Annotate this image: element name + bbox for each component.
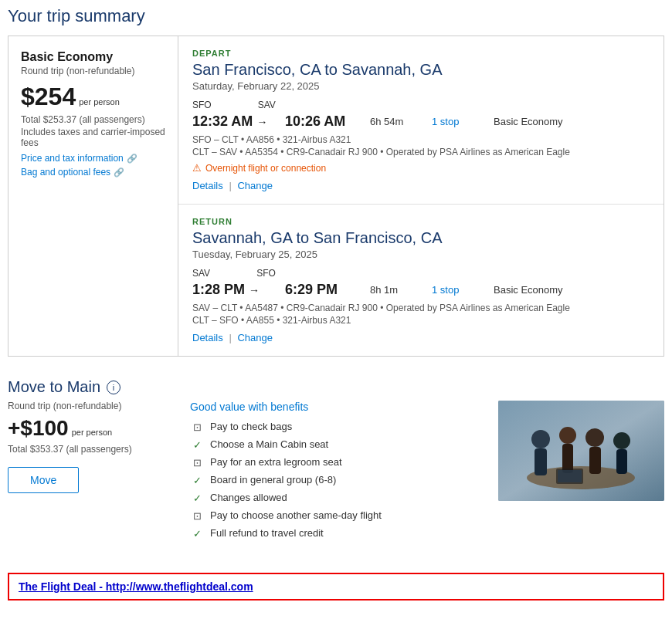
svg-point-8: [613, 432, 630, 449]
benefits-list: ⊡Pay to check bags✓Choose a Main Cabin s…: [190, 421, 482, 540]
benefit-item: ✓Changes allowed: [190, 492, 482, 504]
flights-right-panel: DEPART San Francisco, CA to Savannah, GA…: [178, 36, 664, 356]
move-left-panel: Round trip (non-refundable) +$100 per pe…: [8, 401, 178, 545]
benefit-item: ⊡Pay for an extra legroom seat: [190, 456, 482, 469]
depart-details-link[interactable]: Details: [192, 180, 223, 191]
overnight-text: Overnight flight or connection: [205, 163, 326, 174]
return-segment1: SAV – CLT • AA5487 • CR9-Canadair RJ 900…: [192, 303, 650, 313]
benefit-item: ✓Choose a Main Cabin seat: [190, 438, 482, 451]
benefit-text: Full refund to travel credit: [210, 527, 324, 539]
benefit-text: Choose a Main Cabin seat: [210, 438, 328, 450]
svg-rect-9: [616, 449, 627, 474]
move-content: Round trip (non-refundable) +$100 per pe…: [8, 401, 664, 545]
svg-point-6: [585, 428, 604, 447]
box-icon: ⊡: [190, 457, 204, 469]
bag-fees-icon: 🔗: [114, 167, 124, 178]
return-depart-time: 1:28 PM →: [192, 282, 285, 298]
box-icon: ⊡: [190, 510, 204, 522]
svg-rect-7: [589, 447, 601, 474]
move-amount: +$100: [8, 416, 69, 441]
return-label: RETURN: [192, 217, 650, 226]
price-tax-icon: 🔗: [127, 154, 137, 164]
cabin-image: [498, 401, 664, 501]
move-trip-type: Round trip (non-refundable): [8, 401, 165, 411]
benefit-text: Pay to choose another same-day flight: [210, 509, 382, 521]
depart-label: DEPART: [192, 49, 650, 58]
bag-fees-row: Bag and optional fees 🔗: [21, 167, 165, 178]
depart-duration: 6h 54m: [370, 116, 432, 127]
depart-segment2: CLT – SAV • AA5354 • CR9-Canadair RJ 900…: [192, 147, 650, 157]
benefit-text: Board in general group (6-8): [210, 474, 336, 485]
depart-arrive-time: 10:26 AM: [285, 113, 370, 130]
check-icon: ✓: [190, 439, 204, 451]
return-dest-code: SFO: [256, 268, 276, 279]
return-stops: 1 stop: [432, 284, 494, 296]
benefit-item: ⊡Pay to check bags: [190, 421, 482, 433]
depart-change-link[interactable]: Change: [237, 180, 273, 191]
price-unit: per person: [79, 97, 120, 107]
return-change-link[interactable]: Change: [237, 332, 273, 343]
return-arrow: →: [249, 284, 260, 296]
return-segment2: CLT – SFO • AA855 • 321-Airbus A321: [192, 315, 650, 326]
benefit-text: Changes allowed: [210, 492, 287, 503]
depart-cabin: Basic Economy: [494, 116, 563, 127]
check-icon: ✓: [190, 475, 204, 486]
fare-class-label: Basic Economy: [21, 50, 165, 64]
info-icon[interactable]: i: [107, 381, 120, 394]
move-title: Move to Main: [8, 378, 100, 396]
move-to-main-section: Move to Main i Round trip (non-refundabl…: [8, 372, 664, 557]
depart-dest-code: SAV: [258, 100, 276, 110]
price-row: $254 per person: [21, 83, 165, 111]
return-origin-code: SAV: [192, 268, 210, 279]
return-details-links: Details | Change: [192, 332, 650, 343]
return-details-link[interactable]: Details: [192, 332, 223, 343]
move-title-row: Move to Main i: [8, 378, 664, 396]
depart-stops: 1 stop: [432, 116, 494, 127]
trip-type-label: Round trip (non-refundable): [21, 66, 165, 76]
price-tax-row: Price and tax information 🔗: [21, 153, 165, 164]
move-benefits-panel: Good value with benefits ⊡Pay to check b…: [178, 401, 494, 545]
depart-section: DEPART San Francisco, CA to Savannah, GA…: [178, 36, 664, 205]
price-amount: $254: [21, 83, 76, 111]
good-value-title: Good value with benefits: [190, 401, 482, 413]
benefit-text: Pay to check bags: [210, 421, 292, 432]
check-icon: ✓: [190, 492, 204, 504]
benefit-item: ✓Board in general group (6-8): [190, 474, 482, 486]
svg-point-4: [559, 427, 576, 444]
return-cabin: Basic Economy: [494, 284, 563, 296]
return-date: Tuesday, February 25, 2025: [192, 249, 650, 260]
move-image-panel: [494, 401, 664, 545]
return-duration: 8h 1m: [370, 284, 432, 296]
return-airports: SAV SFO: [192, 268, 650, 279]
return-times-row: 1:28 PM → 6:29 PM 8h 1m 1 stop Basic Eco…: [192, 282, 650, 298]
svg-rect-11: [558, 470, 582, 482]
total-price: Total $253.37 (all passengers): [21, 114, 165, 125]
depart-depart-time: 12:32 AM →: [192, 113, 285, 130]
page-title: Your trip summary: [8, 6, 664, 26]
benefit-item: ✓Full refund to travel credit: [190, 527, 482, 540]
footer-bar: The Flight Deal - http://www.theflightde…: [8, 573, 664, 600]
depart-segment1: SFO – CLT • AA856 • 321-Airbus A321: [192, 134, 650, 145]
svg-point-2: [531, 430, 550, 448]
return-section: RETURN Savannah, GA to San Francisco, CA…: [178, 205, 664, 356]
depart-times-row: 12:32 AM → 10:26 AM 6h 54m 1 stop Basic …: [192, 113, 650, 130]
fare-left-panel: Basic Economy Round trip (non-refundable…: [8, 36, 178, 356]
box-icon: ⊡: [190, 421, 204, 433]
depart-date: Saturday, February 22, 2025: [192, 80, 650, 92]
benefit-text: Pay for an extra legroom seat: [210, 456, 342, 468]
footer-text: The Flight Deal - http://www.theflightde…: [19, 580, 253, 593]
depart-arrow: →: [256, 116, 267, 128]
move-unit: per person: [72, 428, 113, 437]
return-arrive-time: 6:29 PM: [285, 282, 370, 298]
trip-summary-card: Basic Economy Round trip (non-refundable…: [8, 36, 664, 357]
move-button[interactable]: Move: [8, 467, 79, 493]
move-price-row: +$100 per person: [8, 416, 165, 441]
overnight-warning: ⚠ Overnight flight or connection: [192, 162, 650, 174]
price-tax-link[interactable]: Price and tax information: [21, 153, 124, 164]
return-route: Savannah, GA to San Francisco, CA: [192, 229, 650, 247]
depart-airports: SFO SAV: [192, 100, 650, 110]
warning-icon: ⚠: [192, 162, 202, 174]
benefit-item: ⊡Pay to choose another same-day flight: [190, 509, 482, 522]
check-icon: ✓: [190, 528, 204, 540]
bag-fees-link[interactable]: Bag and optional fees: [21, 167, 110, 178]
